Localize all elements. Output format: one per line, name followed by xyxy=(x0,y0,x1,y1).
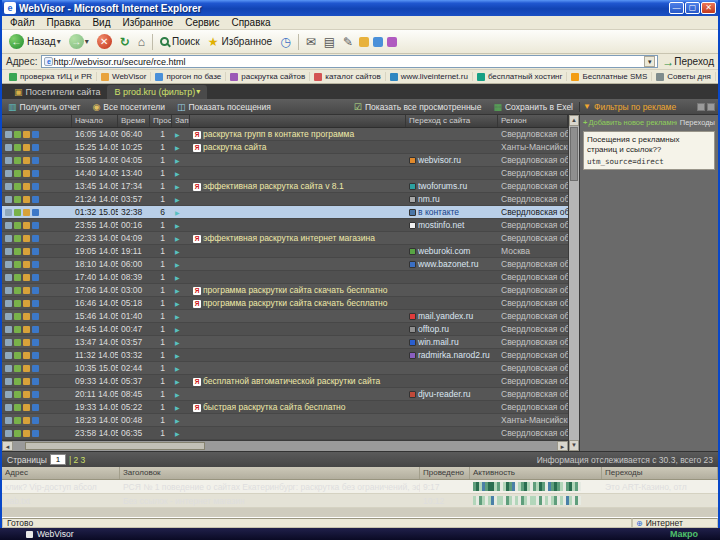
menu-item[interactable]: Вид xyxy=(86,17,116,28)
bookmark-link[interactable]: каталог сайтов xyxy=(310,72,386,81)
bookmark-link[interactable]: www.liveinternet.ru xyxy=(386,72,473,81)
referrer-link[interactable]: в контакте xyxy=(418,207,459,217)
play-record-icon[interactable]: ▶ xyxy=(175,379,180,385)
referrer-link[interactable]: webvisor.ru xyxy=(418,155,461,165)
play-record-icon[interactable]: ▶ xyxy=(175,145,180,151)
session-row[interactable]: 18:10 14.0506:001▶www.bazonet.ruСвердлов… xyxy=(2,258,568,271)
play-record-icon[interactable]: ▶ xyxy=(175,236,180,242)
play-record-icon[interactable]: ▶ xyxy=(175,210,180,216)
session-row[interactable]: 18:23 14.0500:481▶Ханты-Мансийский xyxy=(2,414,568,427)
play-record-icon[interactable]: ▶ xyxy=(175,249,180,255)
column-header[interactable]: Проведено xyxy=(420,467,470,479)
ad-address-link[interactable]: sab.txt xyxy=(2,496,120,506)
back-button[interactable]: ← Назад ▾ xyxy=(5,32,65,52)
play-record-icon[interactable]: ▶ xyxy=(175,418,180,424)
column-header[interactable]: Адрес xyxy=(2,467,120,479)
maximize-button[interactable]: ▢ xyxy=(685,2,700,14)
referrer-link[interactable]: djvu-reader.ru xyxy=(418,389,470,399)
session-row[interactable]: 13:47 14.0503:571▶win.mail.ruСвердловска… xyxy=(2,336,568,349)
filter-settings-icon[interactable] xyxy=(697,103,705,111)
play-record-icon[interactable]: ▶ xyxy=(175,353,180,359)
play-record-icon[interactable]: ▶ xyxy=(175,366,180,372)
page-links[interactable]: | 2 3 xyxy=(69,455,85,465)
session-row[interactable]: 01:32 15.0532:386▶в контактеСвердловская… xyxy=(2,206,568,219)
session-row[interactable]: 19:05 14.0519:111▶weburoki.comМосква xyxy=(2,245,568,258)
referrer-link[interactable]: win.mail.ru xyxy=(418,337,459,347)
scrollbar-thumb[interactable] xyxy=(570,127,578,181)
play-record-icon[interactable]: ▶ xyxy=(175,275,180,281)
session-row[interactable]: 17:06 14.0503:001▶Япрограмма раскрутки с… xyxy=(2,284,568,297)
session-row[interactable]: 20:11 14.0508:451▶djvu-reader.ruСвердлов… xyxy=(2,388,568,401)
all-visitors-button[interactable]: ◉ Все посетители xyxy=(86,102,170,112)
column-header[interactable] xyxy=(190,115,406,127)
edit-button[interactable]: ✎ xyxy=(339,32,357,52)
history-button[interactable]: ◷ xyxy=(276,32,294,52)
session-row[interactable]: 09:33 14.0505:371▶Ябесплатной автоматиче… xyxy=(2,375,568,388)
play-record-icon[interactable]: ▶ xyxy=(175,405,180,411)
ad-transition-link[interactable]: Это ART-Казино, отл xyxy=(602,482,718,492)
play-record-icon[interactable]: ▶ xyxy=(175,184,180,190)
session-row[interactable]: 13:45 14.0517:341▶Яэффективная раскрутка… xyxy=(2,180,568,193)
minimize-button[interactable]: — xyxy=(669,2,684,14)
media-icon[interactable] xyxy=(387,37,397,47)
bookmark-link[interactable]: Бесплатные SMS xyxy=(567,72,652,81)
bookmark-link[interactable]: раскрутка сайтов xyxy=(226,72,310,81)
session-row[interactable]: 14:40 14.0513:401▶Свердловская обл xyxy=(2,167,568,180)
show-all-viewed-toggle[interactable]: ☑ Показать все просмотренные xyxy=(348,102,488,112)
column-header[interactable]: Активность xyxy=(470,467,602,479)
referrer-link[interactable]: www.bazonet.ru xyxy=(418,259,478,269)
ad-row[interactable]: клик? Vip-доступ абсолРСЯ № 1 поведение … xyxy=(2,480,718,494)
column-header[interactable]: Время xyxy=(118,115,150,127)
close-button[interactable]: ✕ xyxy=(701,2,716,14)
session-row[interactable]: 19:33 14.0505:221▶Ябыстрая раскрутка сай… xyxy=(2,401,568,414)
bookmark-link[interactable]: бесплатный хостинг xyxy=(473,72,568,81)
session-row[interactable]: 14:45 14.0500:471▶offtop.ruСвердловская … xyxy=(2,323,568,336)
column-header[interactable] xyxy=(2,115,72,127)
referrer-link[interactable]: mostinfo.net xyxy=(418,220,464,230)
scroll-up-icon[interactable]: ▲ xyxy=(569,115,579,126)
session-row[interactable]: 21:24 14.0503:571▶nm.ruСвердловская обл xyxy=(2,193,568,206)
search-button[interactable]: Поиск xyxy=(156,32,204,52)
column-header[interactable]: Заголовок xyxy=(120,467,420,479)
column-header[interactable]: Просм. xyxy=(150,115,172,127)
refresh-button[interactable]: ↻ xyxy=(116,32,134,52)
address-dropdown-icon[interactable]: ▾ xyxy=(644,56,655,67)
title-bar[interactable]: e WebVisor - Microsoft Internet Explorer… xyxy=(2,0,718,16)
forward-dropdown-icon[interactable]: ▾ xyxy=(85,37,89,46)
scroll-left-icon[interactable]: ◄ xyxy=(2,441,13,451)
session-row[interactable]: 15:05 14.0504:051▶webvisor.ruСвердловска… xyxy=(2,154,568,167)
bookmark-link[interactable]: прогон по базе xyxy=(151,72,226,81)
discuss-icon[interactable] xyxy=(373,37,383,47)
add-filter-link[interactable]: +Добавить новое рекламное xyxy=(583,118,677,127)
referrer-link[interactable]: nm.ru xyxy=(418,194,440,204)
play-record-icon[interactable]: ▶ xyxy=(175,392,180,398)
column-header[interactable]: Начало xyxy=(72,115,118,127)
referrer-link[interactable]: mail.yandex.ru xyxy=(418,311,473,321)
session-row[interactable]: 17:40 14.0508:391▶Свердловская обл xyxy=(2,271,568,284)
play-record-icon[interactable]: ▶ xyxy=(175,158,180,164)
column-header[interactable]: Регион xyxy=(498,115,568,127)
forward-button[interactable]: → ▾ xyxy=(65,32,93,52)
go-button[interactable]: → Переход xyxy=(662,55,714,69)
back-dropdown-icon[interactable]: ▾ xyxy=(57,37,61,46)
stop-button[interactable]: ✕ xyxy=(93,32,116,52)
play-record-icon[interactable]: ▶ xyxy=(175,314,180,320)
horizontal-scrollbar[interactable]: ◄ ► xyxy=(2,440,568,451)
bookmark-link[interactable]: Советы дня xyxy=(652,72,716,81)
address-input[interactable] xyxy=(53,56,644,67)
bookmark-link[interactable]: WebVisor xyxy=(97,72,151,81)
session-row[interactable]: 23:58 14.0506:351▶Свердловская обл xyxy=(2,427,568,440)
menu-item[interactable]: Справка xyxy=(225,17,276,28)
column-header[interactable]: Запись xyxy=(172,115,190,127)
play-record-icon[interactable]: ▶ xyxy=(175,301,180,307)
session-row[interactable]: 15:25 14.0510:251▶Яраскрутка сайтаХанты-… xyxy=(2,141,568,154)
vertical-scrollbar[interactable]: ▲ ▼ xyxy=(568,115,579,451)
scroll-right-icon[interactable]: ► xyxy=(557,441,568,451)
play-record-icon[interactable]: ▶ xyxy=(175,223,180,229)
save-excel-button[interactable]: ▦ Сохранить в Exel xyxy=(487,102,579,112)
bookmark-link[interactable]: проверка тИЦ и PR xyxy=(5,72,97,81)
ad-row[interactable]: sab.txtБез ссылок - интернет магазин10:1… xyxy=(2,494,718,508)
referrer-link[interactable]: weburoki.com xyxy=(418,246,470,256)
session-row[interactable]: 15:46 14.0501:401▶mail.yandex.ruСвердлов… xyxy=(2,310,568,323)
session-row[interactable]: 16:05 14.0506:401▶Яраскрутка групп в кон… xyxy=(2,128,568,141)
